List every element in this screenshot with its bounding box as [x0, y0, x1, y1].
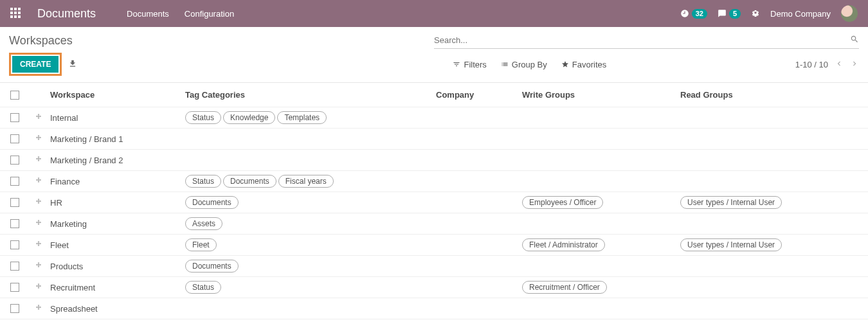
- clock-icon: [680, 9, 689, 18]
- row-checkbox[interactable]: [10, 262, 19, 271]
- tag-cell: [183, 305, 433, 312]
- search-icon[interactable]: [850, 35, 859, 46]
- workspace-name[interactable]: Spreadsheet: [48, 300, 183, 318]
- list-icon: [501, 60, 509, 68]
- drag-handle-icon[interactable]: [30, 109, 48, 127]
- drag-handle-icon[interactable]: [30, 215, 48, 233]
- favorites-button[interactable]: Favorites: [561, 60, 606, 69]
- drag-handle-icon[interactable]: [30, 130, 48, 148]
- tag-cell: StatusDocumentsFiscal years: [183, 171, 433, 192]
- company-cell: [433, 305, 520, 312]
- nav-documents[interactable]: Documents: [127, 9, 169, 19]
- read-groups-cell: [678, 156, 864, 164]
- timer-indicator[interactable]: 32: [680, 9, 707, 19]
- filters-button[interactable]: Filters: [453, 60, 486, 69]
- write-groups-cell: [520, 156, 678, 164]
- row-checkbox[interactable]: [10, 156, 19, 165]
- drag-handle-icon[interactable]: [30, 194, 48, 211]
- company-cell: [433, 283, 520, 291]
- drag-handle-icon[interactable]: [30, 300, 48, 318]
- write-groups-cell: [520, 305, 678, 312]
- user-avatar[interactable]: [841, 5, 858, 22]
- tag-cell: Fleet: [183, 235, 433, 255]
- table-row[interactable]: RecruitmentStatusRecruitment / Officer: [0, 277, 868, 298]
- workspace-name[interactable]: Marketing: [48, 215, 183, 233]
- table-row[interactable]: FleetFleetFleet / AdministratorUser type…: [0, 235, 868, 256]
- tag-cell: Documents: [183, 192, 433, 213]
- tag: Templates: [277, 111, 327, 124]
- workspace-name[interactable]: Marketing / Brand 1: [48, 130, 183, 148]
- apps-icon[interactable]: [10, 8, 22, 19]
- group-tag: Fleet / Administrator: [522, 238, 605, 251]
- groupby-button[interactable]: Group By: [501, 60, 547, 69]
- row-checkbox[interactable]: [10, 113, 19, 122]
- tag: Knowledge: [223, 111, 275, 124]
- workspace-table: Workspace Tag Categories Company Write G…: [0, 82, 868, 319]
- workspace-name[interactable]: Marketing / Brand 2: [48, 152, 183, 169]
- timer-badge: 32: [692, 9, 707, 19]
- read-groups-cell: [678, 305, 864, 312]
- workspace-name[interactable]: HR: [48, 194, 183, 211]
- import-icon[interactable]: [68, 59, 77, 70]
- table-row[interactable]: Marketing / Brand 1: [0, 129, 868, 150]
- col-company[interactable]: Company: [433, 86, 520, 103]
- top-nav: Documents Configuration: [127, 9, 234, 19]
- row-checkbox[interactable]: [10, 177, 19, 186]
- chat-badge: 5: [729, 9, 741, 19]
- workspace-name[interactable]: Fleet: [48, 237, 183, 254]
- write-groups-cell: [520, 177, 678, 185]
- col-read-groups[interactable]: Read Groups: [678, 86, 864, 103]
- drag-handle-icon[interactable]: [30, 258, 48, 275]
- drag-handle-icon[interactable]: [30, 279, 48, 296]
- table-row[interactable]: Marketing / Brand 2: [0, 150, 868, 171]
- row-checkbox[interactable]: [10, 304, 19, 313]
- pager-prev[interactable]: [835, 59, 844, 70]
- group-tag: User types / Internal User: [680, 238, 782, 251]
- tag: Assets: [185, 217, 222, 230]
- table-row[interactable]: Spreadsheet: [0, 298, 868, 319]
- table-row[interactable]: ProductsDocuments: [0, 256, 868, 277]
- drag-handle-icon[interactable]: [30, 237, 48, 254]
- row-checkbox[interactable]: [10, 134, 19, 143]
- tag: Documents: [185, 196, 239, 209]
- favorites-label: Favorites: [572, 60, 606, 69]
- search-input[interactable]: [434, 35, 850, 45]
- write-groups-cell: [520, 114, 678, 121]
- tag: Fiscal years: [278, 175, 334, 188]
- table-row[interactable]: FinanceStatusDocumentsFiscal years: [0, 171, 868, 192]
- table-row[interactable]: MarketingAssets: [0, 213, 868, 235]
- company-cell: [433, 241, 520, 249]
- workspace-name[interactable]: Finance: [48, 173, 183, 190]
- col-write-groups[interactable]: Write Groups: [520, 86, 678, 103]
- settings-icon[interactable]: [751, 9, 760, 18]
- write-groups-cell: Employees / Officer: [520, 192, 678, 213]
- row-checkbox[interactable]: [10, 240, 19, 249]
- company-cell: [433, 156, 520, 164]
- drag-handle-icon[interactable]: [30, 152, 48, 169]
- row-checkbox[interactable]: [10, 219, 19, 228]
- read-groups-cell: [678, 283, 864, 291]
- pager-text: 1-10 / 10: [795, 60, 828, 69]
- col-workspace[interactable]: Workspace: [48, 86, 183, 103]
- select-all-checkbox[interactable]: [10, 91, 19, 100]
- table-header: Workspace Tag Categories Company Write G…: [0, 83, 868, 107]
- workspace-name[interactable]: Recruitment: [48, 279, 183, 296]
- table-row[interactable]: HRDocumentsEmployees / OfficerUser types…: [0, 192, 868, 213]
- search-area: [434, 32, 859, 49]
- nav-configuration[interactable]: Configuration: [185, 9, 234, 19]
- chat-indicator[interactable]: 5: [718, 9, 741, 19]
- filter-icon: [453, 60, 460, 68]
- workspace-name[interactable]: Products: [48, 258, 183, 275]
- row-checkbox[interactable]: [10, 198, 19, 207]
- page-title: Workspaces: [9, 34, 73, 48]
- col-tag-categories[interactable]: Tag Categories: [183, 86, 433, 103]
- drag-handle-icon[interactable]: [30, 173, 48, 190]
- table-row[interactable]: InternalStatusKnowledgeTemplates: [0, 107, 868, 129]
- company-name[interactable]: Demo Company: [770, 9, 831, 19]
- pager-next[interactable]: [850, 59, 859, 70]
- create-button[interactable]: CREATE: [12, 56, 59, 73]
- row-checkbox[interactable]: [10, 283, 19, 292]
- app-title: Documents: [37, 7, 96, 21]
- workspace-name[interactable]: Internal: [48, 109, 183, 127]
- create-highlight: CREATE: [9, 53, 62, 76]
